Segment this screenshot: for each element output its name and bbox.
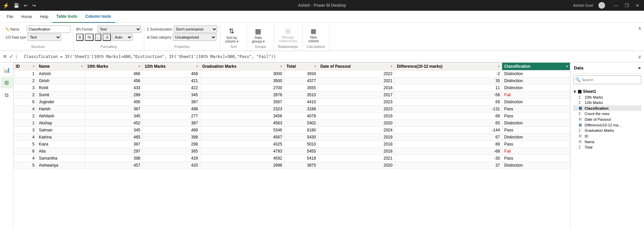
col-diff[interactable]: Difference(10-12 marks) ▾ xyxy=(395,63,502,70)
cell-col-7[interactable]: 65 xyxy=(395,120,502,127)
close-button[interactable]: ✕ xyxy=(634,2,641,9)
cell-col-3[interactable]: 387 xyxy=(143,120,200,127)
cell-col-6[interactable]: 2020 xyxy=(318,120,394,127)
cell-col-3[interactable]: 387 xyxy=(143,99,200,106)
cell-col-8[interactable]: Distinction xyxy=(502,134,570,141)
table-container[interactable]: ID ▾ Name ▾ 10th Marks ▾ 12th Marks ▾ Gr… xyxy=(13,62,570,228)
cell-col-8[interactable]: Pass xyxy=(502,106,570,113)
cell-col-0[interactable]: 1 xyxy=(14,120,37,127)
cell-col-7[interactable]: 89 xyxy=(395,141,502,148)
cell-col-2[interactable]: 387 xyxy=(85,141,143,148)
cell-col-4[interactable]: 2998 xyxy=(200,162,284,169)
cell-col-4[interactable]: 4325 xyxy=(200,141,284,148)
datatype-select[interactable]: Text Whole Number Decimal Number xyxy=(28,34,61,41)
cell-col-8[interactable]: Fail xyxy=(502,92,570,99)
cell-col-1[interactable]: Rohit xyxy=(37,84,85,92)
cell-col-2[interactable]: 456 xyxy=(85,77,143,84)
currency-button[interactable]: $ xyxy=(76,34,84,41)
cell-col-6[interactable]: 2023 xyxy=(318,99,394,106)
cell-col-5[interactable]: 4377 xyxy=(284,77,318,84)
cell-col-1[interactable]: Ashish xyxy=(37,70,85,77)
cell-col-0[interactable]: 4 xyxy=(14,155,37,162)
cell-col-5[interactable]: 3555 xyxy=(284,84,318,92)
cell-col-3[interactable]: 365 xyxy=(143,148,200,155)
field-12th-marks[interactable]: Σ 12th Marks xyxy=(573,100,641,105)
cell-col-6[interactable]: 2018 xyxy=(318,148,394,155)
cell-col-7[interactable]: -30 xyxy=(395,155,502,162)
col-id[interactable]: ID ▾ xyxy=(14,63,37,70)
cell-col-1[interactable]: Abhilash xyxy=(37,113,85,120)
cell-col-0[interactable]: 2 xyxy=(14,92,37,99)
cell-col-8[interactable]: Distinction xyxy=(502,77,570,84)
cell-col-5[interactable]: 5418 xyxy=(284,155,318,162)
cell-col-4[interactable]: 3000 xyxy=(200,70,284,77)
cell-col-1[interactable]: Harish xyxy=(37,106,85,113)
decimal-button[interactable]: .0 xyxy=(103,34,111,41)
cell-col-2[interactable]: 457 xyxy=(85,162,143,169)
menu-column-tools[interactable]: Column tools xyxy=(82,11,115,23)
cell-col-2[interactable]: 297 xyxy=(85,148,143,155)
cell-col-0[interactable]: 5 xyxy=(14,141,37,148)
cell-col-1[interactable]: Alia xyxy=(37,148,85,155)
comma-button[interactable]: , xyxy=(95,34,101,41)
datacategory-select[interactable]: Uncategorized Address City xyxy=(173,34,216,41)
cell-col-7[interactable]: -144 xyxy=(395,127,502,134)
menu-table-tools[interactable]: Table tools xyxy=(52,11,81,23)
auto-select[interactable]: Auto xyxy=(112,34,132,41)
cell-col-7[interactable]: 11 xyxy=(395,84,502,92)
cell-col-7[interactable]: 67 xyxy=(395,134,502,141)
cell-col-3[interactable]: 420 xyxy=(143,162,200,169)
cell-col-8[interactable]: Pass xyxy=(502,127,570,134)
cell-col-3[interactable]: 345 xyxy=(143,92,200,99)
cell-col-2[interactable]: 289 xyxy=(85,92,143,99)
cell-col-4[interactable]: 4567 xyxy=(200,134,284,141)
cell-col-8[interactable]: Distinction xyxy=(502,99,570,106)
cell-col-3[interactable]: 421 xyxy=(143,77,200,84)
cell-col-7[interactable]: -68 xyxy=(395,148,502,155)
percent-button[interactable]: % xyxy=(85,34,94,41)
cell-col-5[interactable]: 5010 xyxy=(284,141,318,148)
cell-col-7[interactable]: 35 xyxy=(395,77,502,84)
cell-col-0[interactable]: 6 xyxy=(14,99,37,106)
cell-col-1[interactable]: Kiara xyxy=(37,141,85,148)
redo-icon[interactable]: ↪ xyxy=(31,2,38,9)
cell-col-3[interactable]: 298 xyxy=(143,141,200,148)
col-graduation[interactable]: Graduation Marks ▾ xyxy=(200,63,284,70)
cell-col-6[interactable]: 2018 xyxy=(318,84,394,92)
cell-col-6[interactable]: 2021 xyxy=(318,155,394,162)
field-graduation[interactable]: Σ Graduation Marks xyxy=(573,128,641,133)
minimize-button[interactable]: — xyxy=(612,2,620,9)
search-input[interactable] xyxy=(573,75,641,84)
cell-col-2[interactable]: 465 xyxy=(85,134,143,141)
cell-col-4[interactable]: 2323 xyxy=(200,106,284,113)
cell-col-5[interactable]: 3934 xyxy=(284,70,318,77)
cell-col-4[interactable]: 2700 xyxy=(200,84,284,92)
cell-col-4[interactable]: 2876 xyxy=(200,92,284,99)
cell-col-4[interactable]: 4793 xyxy=(200,148,284,155)
data-view-icon[interactable]: ⊞ xyxy=(1,76,13,89)
cell-col-3[interactable]: 468 xyxy=(143,70,200,77)
cell-col-8[interactable]: Pass xyxy=(502,141,570,148)
cell-col-7[interactable]: -131 xyxy=(395,106,502,113)
cell-col-2[interactable]: 398 xyxy=(85,155,143,162)
cell-col-6[interactable]: 2017 xyxy=(318,92,394,99)
field-id[interactable]: ⊟ ID xyxy=(573,133,641,139)
cell-col-2[interactable]: 452 xyxy=(85,120,143,127)
undo-icon[interactable]: ↩ xyxy=(22,2,29,9)
cell-col-3[interactable]: 498 xyxy=(143,106,200,113)
cell-col-6[interactable]: 2021 xyxy=(318,77,394,84)
col-total[interactable]: Total ▾ xyxy=(284,63,318,70)
cell-col-6[interactable]: 2020 xyxy=(318,162,394,169)
cell-col-0[interactable]: 4 xyxy=(14,106,37,113)
field-difference[interactable]: ▦ Difference(10-12 ma... xyxy=(573,122,641,128)
cell-col-6[interactable]: 2019 xyxy=(318,113,394,120)
cell-col-8[interactable]: Distinction xyxy=(502,84,570,92)
cell-col-2[interactable]: 456 xyxy=(85,99,143,106)
cell-col-0[interactable]: 3 xyxy=(14,127,37,134)
confirm-formula-icon[interactable]: ✓ xyxy=(9,53,13,60)
cell-col-4[interactable]: 4563 xyxy=(200,120,284,127)
cell-col-5[interactable]: 3875 xyxy=(284,162,318,169)
format-select[interactable]: Text Number Currency xyxy=(98,25,141,33)
cell-col-3[interactable]: 422 xyxy=(143,84,200,92)
cell-col-5[interactable]: 6180 xyxy=(284,127,318,134)
